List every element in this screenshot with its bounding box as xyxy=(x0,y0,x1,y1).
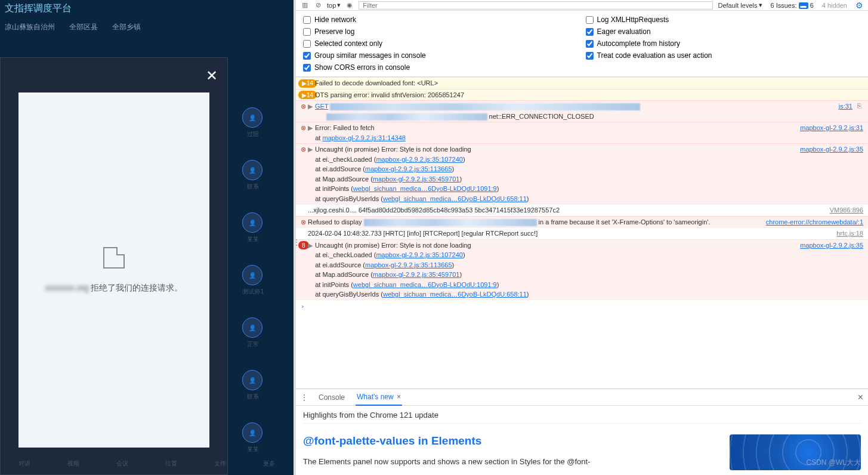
nav-item[interactable]: 对讲 xyxy=(18,459,30,468)
highlights-header: Highlights from the Chrome 121 update xyxy=(303,411,861,424)
avatar[interactable]: 👤 xyxy=(242,370,262,390)
drawer-tabs: ⋮ Console What's new × × xyxy=(296,389,868,406)
iframe-modal: ✕ xxxxxxx.org 拒绝了我们的连接请求。 xyxy=(0,57,228,475)
log-error[interactable]: 8 ▶Uncaught (in promise) Error: Style is… xyxy=(296,239,868,300)
tab-whats-new[interactable]: What's new × xyxy=(356,389,402,406)
watermark: CSDN @WL大大 xyxy=(806,458,861,468)
log-error[interactable]: ⊗ ▶Uncaught (in promise) Error: Style is… xyxy=(296,143,868,204)
app-left-panel: 文指挥调度平台 凉山彝族自治州 全部区县 全部乡镇 ✕ xxxxxxx.org … xyxy=(0,0,294,475)
tab-console[interactable]: Console xyxy=(317,390,346,405)
log-xhr-checkbox[interactable]: Log XMLHttpRequests xyxy=(586,16,861,24)
sad-page-icon xyxy=(103,247,125,269)
log-info[interactable]: 2024-02-04 10:48:32.733 [HRTC] [info] [R… xyxy=(296,227,868,239)
close-icon[interactable]: ✕ xyxy=(206,67,218,84)
nav-item[interactable]: 更多 xyxy=(263,459,275,468)
whats-new-desc: The Elements panel now supports and show… xyxy=(303,456,720,468)
issue-badge-icon: ▬ xyxy=(799,2,808,9)
source-link[interactable]: VM986:896 xyxy=(830,205,863,215)
nav-item[interactable]: 会议 xyxy=(116,459,128,468)
whats-new-title: @font-palette-values in Elements xyxy=(303,434,720,448)
close-tab-icon[interactable]: × xyxy=(395,393,401,401)
console-settings: Hide network Log XMLHttpRequests Preserv… xyxy=(296,11,868,77)
console-toolbar: ▥ ⊘ top ▾ ◉ Default levels ▾ 6 Issues: ▬… xyxy=(296,0,868,11)
avatar[interactable]: 👤 xyxy=(242,265,262,285)
whats-new-body: Highlights from the Chrome 121 update @f… xyxy=(296,406,868,475)
hide-network-checkbox[interactable]: Hide network xyxy=(303,16,579,24)
source-link[interactable]: mapbox-gl-2.9.2.js:35 xyxy=(800,144,863,203)
treat-code-checkbox[interactable]: Treat code evaluation as user action xyxy=(586,51,861,60)
connection-refused-text: xxxxxxx.org 拒绝了我们的连接请求。 xyxy=(45,283,183,294)
source-link[interactable]: js:31 xyxy=(839,101,852,121)
devtools-panel: ▥ ⊘ top ▾ ◉ Default levels ▾ 6 Issues: ▬… xyxy=(296,0,868,475)
hidden-count[interactable]: 4 hidden xyxy=(822,2,847,9)
chevron-down-icon: ▾ xyxy=(759,1,762,9)
log-error[interactable]: ⊗ Refused to display in a frame because … xyxy=(296,216,868,228)
console-log-area: ▶ 14 Failed to decode downloaded font: <… xyxy=(296,77,868,388)
avatar[interactable]: 👤 xyxy=(242,160,262,180)
live-expression-icon[interactable]: ◉ xyxy=(345,1,354,10)
region-selector-bar: 凉山彝族自治州 全部区县 全部乡镇 xyxy=(0,17,294,37)
avatar[interactable]: 👤 xyxy=(242,107,262,128)
chevron-down-icon: ▾ xyxy=(337,1,341,9)
avatar[interactable]: 👤 xyxy=(242,212,262,233)
avatar[interactable]: 👤 xyxy=(242,317,262,338)
error-icon: ⊗ xyxy=(298,217,308,227)
clear-console-icon[interactable]: ⊘ xyxy=(314,1,322,10)
log-warning[interactable]: ▶ 14 Failed to decode downloaded font: <… xyxy=(296,77,868,89)
log-levels-dropdown[interactable]: Default levels ▾ xyxy=(718,1,762,9)
group-similar-checkbox[interactable]: Group similar messages in console xyxy=(303,51,579,60)
region-3[interactable]: 全部乡镇 xyxy=(112,22,141,32)
error-icon: ⊗ xyxy=(298,144,308,203)
log-error[interactable]: ⊗ ▶Error: Failed to fetch at mapbox-gl-2… xyxy=(296,122,868,143)
region-2[interactable]: 全部区县 xyxy=(69,22,98,32)
bottom-nav: 对讲 视频 会议 位置 文件 更多 xyxy=(0,459,294,468)
show-cors-checkbox[interactable]: Show CORS errors in console xyxy=(303,63,579,72)
toggle-sidebar-icon[interactable]: ▥ xyxy=(301,1,309,10)
copy-icon[interactable]: ⎘ xyxy=(855,101,863,110)
source-link[interactable]: mapbox-gl-2.9.2.js:35 xyxy=(800,240,863,300)
nav-item[interactable]: 文件 xyxy=(214,459,226,468)
console-prompt[interactable]: › xyxy=(296,300,868,313)
nav-item[interactable]: 位置 xyxy=(165,459,177,468)
close-drawer-icon[interactable]: × xyxy=(858,392,863,403)
app-title: 文指挥调度平台 xyxy=(0,0,294,17)
drawer-menu-icon[interactable]: ⋮ xyxy=(301,393,308,402)
context-dropdown[interactable]: top ▾ xyxy=(327,1,341,9)
log-info[interactable]: ...xjlog.ceshi.0.... 64f5ad80dd20bd5982d… xyxy=(296,204,868,216)
autocomplete-checkbox[interactable]: Autocomplete from history xyxy=(586,39,861,48)
preserve-log-checkbox[interactable]: Preserve log xyxy=(303,27,579,36)
selected-context-checkbox[interactable]: Selected context only xyxy=(303,39,579,48)
error-icon: ⊗ xyxy=(298,101,308,121)
nav-item[interactable]: 视频 xyxy=(67,459,79,468)
source-link[interactable]: mapbox-gl-2.9.2.js:31 xyxy=(800,123,863,143)
devtools-drawer: ⋮ Console What's new × × Highlights from… xyxy=(296,388,868,475)
contact-list: 👤过阻 👤联系 👤某某 👤测试师1 👤正常 👤联系 👤某某 xyxy=(242,107,264,454)
log-error[interactable]: ⊗ ▶GET net::ERR_CONNECTION_CLOSED js:31 … xyxy=(296,100,868,122)
panel-splitter[interactable] xyxy=(294,0,296,475)
error-icon: ⊗ xyxy=(298,123,308,143)
log-warning[interactable]: ▶ 14 OTS parsing error: invalid sfntVers… xyxy=(296,89,868,101)
eager-eval-checkbox[interactable]: Eager evaluation xyxy=(586,27,861,36)
gear-icon[interactable]: ⚙ xyxy=(855,1,863,10)
source-link[interactable]: chrome-error://chromewebdata/:1 xyxy=(766,217,863,227)
source-link[interactable]: hrtc.js:18 xyxy=(836,229,863,239)
iframe-error-page: xxxxxxx.org 拒绝了我们的连接请求。 xyxy=(18,92,209,448)
region-1[interactable]: 凉山彝族自治州 xyxy=(5,22,55,32)
avatar[interactable]: 👤 xyxy=(242,422,262,443)
filter-input[interactable] xyxy=(359,1,713,10)
issues-link[interactable]: 6 Issues: ▬ 6 xyxy=(771,2,814,9)
